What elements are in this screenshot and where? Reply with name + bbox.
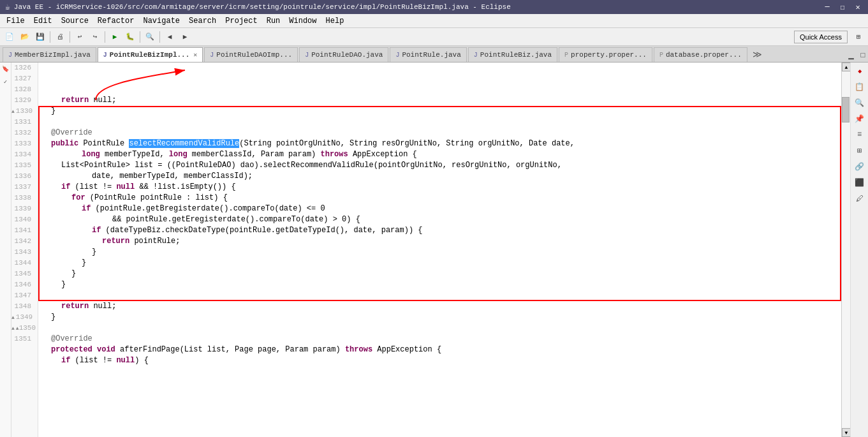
right-icon-1[interactable]: ⬥ bbox=[853, 64, 867, 78]
line-number-1348: 1348 bbox=[11, 301, 34, 312]
right-icon-6[interactable]: ⊞ bbox=[853, 144, 867, 158]
editor-container: 🔖 ✓ 132613271328132913301331133213331334… bbox=[0, 63, 868, 437]
toolbar-redo[interactable]: ↪ bbox=[88, 30, 102, 44]
line-number-1329: 1329 bbox=[11, 95, 34, 106]
line-number-1346: 1346 bbox=[11, 279, 34, 290]
line-number-1328: 1328 bbox=[11, 84, 34, 95]
line-number-1345: 1345 bbox=[11, 269, 34, 279]
code-content: return null;} @Overridepublic PointRule … bbox=[38, 63, 841, 366]
quick-access-button[interactable]: Quick Access bbox=[794, 31, 848, 43]
tabs-overflow-button[interactable]: ≫ bbox=[750, 47, 765, 62]
maximize-button[interactable]: ☐ bbox=[837, 3, 848, 12]
toolbar-print[interactable]: 🖨 bbox=[53, 30, 67, 44]
scroll-track[interactable] bbox=[842, 71, 850, 428]
title-bar-controls: — ☐ ✕ bbox=[822, 3, 863, 12]
tab-pointrulebizimpl-close[interactable]: ✕ bbox=[193, 51, 197, 59]
title-text: Java EE - iCRMService-1026/src/com/armit… bbox=[14, 3, 511, 11]
toolbar-save[interactable]: 💾 bbox=[33, 30, 47, 44]
code-line-1344: } bbox=[41, 279, 839, 290]
title-bar-left: ☕ Java EE - iCRMService-1026/src/com/arm… bbox=[5, 2, 511, 12]
line-numbers: 1326132713281329133013311332133313341335… bbox=[11, 63, 38, 437]
menu-edit[interactable]: Edit bbox=[30, 15, 56, 27]
code-line-1338: && pointRule.getEregisterdate().compareT… bbox=[41, 214, 839, 225]
code-line-1337: if (pointRule.getBregisterdate().compare… bbox=[41, 204, 839, 214]
code-area[interactable]: return null;} @Overridepublic PointRule … bbox=[38, 63, 841, 437]
code-line-1348 bbox=[41, 323, 839, 334]
line-number-1344: 1344 bbox=[11, 258, 34, 269]
toolbar-search[interactable]: 🔍 bbox=[143, 30, 157, 44]
tab-pointrule[interactable]: J PointRule.java bbox=[390, 47, 466, 62]
code-line-1347: } bbox=[41, 312, 839, 323]
main-window: ☕ Java EE - iCRMService-1026/src/com/arm… bbox=[0, 0, 868, 437]
menu-refactor[interactable]: Refactor bbox=[94, 15, 138, 27]
menu-navigate[interactable]: Navigate bbox=[139, 15, 184, 27]
toolbar-forward[interactable]: ▶ bbox=[178, 30, 192, 44]
right-icon-4[interactable]: 📌 bbox=[853, 112, 867, 126]
tabs-bar: J MemberBizImpl.java J PointRuleBizImpl.… bbox=[0, 46, 868, 63]
right-icon-5[interactable]: ≡ bbox=[853, 128, 867, 142]
tab-database-icon: P bbox=[659, 52, 663, 59]
line-number-1332: 1332 bbox=[11, 128, 34, 138]
scroll-up-button[interactable]: ▲ bbox=[842, 63, 851, 71]
tab-pointruledaoimpl-icon: J bbox=[210, 52, 214, 59]
tab-pointruledao[interactable]: J PointRuleDAO.java bbox=[299, 47, 388, 62]
code-line-1330: @Override bbox=[41, 128, 839, 138]
code-line-1350: protected void afterFindPage(List list, … bbox=[41, 344, 839, 355]
code-line-1346: return null; bbox=[41, 301, 839, 312]
tab-property[interactable]: P property.proper... bbox=[559, 47, 652, 62]
toolbar-sep-3 bbox=[105, 31, 105, 43]
toolbar-new[interactable]: 📄 bbox=[3, 30, 17, 44]
code-line-1345 bbox=[41, 290, 839, 301]
right-icon-9[interactable]: 🖊 bbox=[853, 191, 867, 205]
sidebar-tasks-icon[interactable]: ✓ bbox=[1, 77, 11, 87]
toolbar-sep-2 bbox=[70, 31, 70, 43]
line-number-1339: 1339 bbox=[11, 204, 34, 214]
tab-member-label: MemberBizImpl.java bbox=[15, 51, 91, 59]
menu-window[interactable]: Window bbox=[285, 15, 320, 27]
tab-database-label: database.proper... bbox=[666, 51, 742, 59]
line-number-1334: 1334 bbox=[11, 149, 34, 160]
tab-pointruledaoimpl[interactable]: J PointRuleDAOImp... bbox=[204, 47, 298, 62]
toolbar-debug[interactable]: 🐛 bbox=[123, 30, 137, 44]
tab-pointrulebizimpl[interactable]: J PointRuleBizImpl... ✕ bbox=[98, 47, 203, 62]
scroll-down-button[interactable]: ▼ bbox=[842, 428, 851, 437]
code-line-1349: @Override bbox=[41, 334, 839, 344]
tab-property-label: property.proper... bbox=[571, 51, 647, 59]
tabs-minimize-button[interactable]: ▁ bbox=[846, 47, 856, 62]
tab-pointrulebizimpl-label: PointRuleBizImpl... bbox=[110, 51, 189, 59]
line-number-1350: ▲1350 bbox=[11, 323, 34, 334]
tab-pointrulebiz[interactable]: J PointRuleBiz.java bbox=[468, 47, 557, 62]
toolbar-undo[interactable]: ↩ bbox=[73, 30, 87, 44]
code-line-1328: } bbox=[41, 106, 839, 117]
toolbar-perspective[interactable]: ⊞ bbox=[851, 30, 865, 44]
right-icon-2[interactable]: 📋 bbox=[853, 80, 867, 94]
code-line-1339: if (dateTypeBiz.checkDateType(pointRule.… bbox=[41, 225, 839, 236]
toolbar-run[interactable]: ▶ bbox=[108, 30, 122, 44]
tab-database[interactable]: P database.proper... bbox=[654, 47, 747, 62]
menu-project[interactable]: Project bbox=[221, 15, 261, 27]
menu-file[interactable]: File bbox=[3, 15, 29, 27]
minimize-button[interactable]: — bbox=[822, 3, 832, 12]
code-line-1342: } bbox=[41, 258, 839, 269]
title-bar: ☕ Java EE - iCRMService-1026/src/com/arm… bbox=[0, 0, 868, 14]
toolbar: 📄 📂 💾 🖨 ↩ ↪ ▶ 🐛 🔍 ◀ ▶ Quick Access ⊞ bbox=[0, 28, 868, 46]
right-icon-3[interactable]: 🔍 bbox=[853, 96, 867, 110]
toolbar-open[interactable]: 📂 bbox=[18, 30, 32, 44]
code-line-1335: if (list != null && !list.isEmpty()) { bbox=[41, 182, 839, 193]
close-button[interactable]: ✕ bbox=[853, 3, 863, 12]
vertical-scrollbar: ▲ ▼ bbox=[841, 63, 850, 437]
toolbar-back[interactable]: ◀ bbox=[163, 30, 177, 44]
code-line-1351: if (list != null) { bbox=[41, 355, 839, 366]
menu-help[interactable]: Help bbox=[322, 15, 348, 27]
sidebar-bookmark-icon[interactable]: 🔖 bbox=[1, 64, 11, 74]
line-number-1343: 1343 bbox=[11, 247, 34, 258]
tabs-maximize-button[interactable]: ☐ bbox=[858, 47, 868, 62]
scroll-thumb[interactable] bbox=[842, 97, 850, 122]
menu-run[interactable]: Run bbox=[263, 15, 284, 27]
menu-search[interactable]: Search bbox=[185, 15, 220, 27]
right-icon-7[interactable]: 🔗 bbox=[853, 159, 867, 174]
right-icon-bar: ⬥ 📋 🔍 📌 ≡ ⊞ 🔗 ⬛ 🖊 bbox=[850, 63, 868, 437]
tab-member[interactable]: J MemberBizImpl.java bbox=[3, 47, 96, 62]
right-icon-8[interactable]: ⬛ bbox=[853, 175, 867, 189]
menu-source[interactable]: Source bbox=[57, 15, 92, 27]
